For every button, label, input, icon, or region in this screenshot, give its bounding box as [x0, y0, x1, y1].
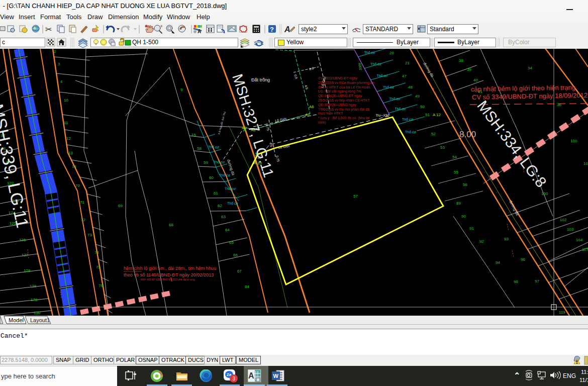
svg-text:CV 1603/UBND-ĐT ngày: CV 1603/UBND-ĐT ngày — [318, 76, 357, 80]
svg-text:Thổ cư: Thổ cư — [225, 187, 236, 190]
svg-text:Thổ cư: Thổ cư — [214, 160, 225, 164]
svg-text:127: 127 — [22, 253, 29, 257]
svg-text:117: 117 — [582, 247, 588, 252]
svg-text:102: 102 — [560, 218, 567, 222]
svg-text:8.00: 8.00 — [459, 130, 476, 139]
svg-text:thực hiện HTKT.: thực hiện HTKT. — [318, 112, 344, 115]
svg-text:128: 128 — [24, 268, 31, 273]
svg-text:A6: A6 — [309, 105, 314, 109]
svg-text:90: 90 — [461, 214, 466, 219]
svg-text:2: 2 — [54, 49, 56, 54]
svg-text:A: A — [284, 25, 290, 34]
svg-text:75: 75 — [96, 265, 101, 269]
svg-text:3: 3 — [233, 376, 236, 381]
svg-text:Model: Model — [9, 317, 24, 323]
svg-text:70: 70 — [75, 183, 80, 188]
svg-text:59: 59 — [204, 160, 208, 165]
svg-text:57: 57 — [353, 194, 358, 199]
svg-text:Thổ cư: Thổ cư — [377, 74, 388, 77]
svg-text:±: ± — [160, 24, 163, 28]
svg-text:ninh): ninh) — [318, 121, 326, 125]
svg-text:96: 96 — [521, 257, 525, 262]
svg-text:61: 61 — [214, 191, 218, 196]
svg-text:Thổ cư: Thổ cư — [383, 85, 395, 89]
svg-text:đầu tư HTKT của bà Lê Thị Hoàn: đầu tư HTKT của bà Lê Thị Hoàn. — [318, 85, 371, 89]
svg-text:72: 72 — [81, 218, 85, 222]
svg-text:40: 40 — [473, 78, 478, 82]
svg-text:60: 60 — [209, 175, 214, 180]
svg-text:50: 50 — [420, 105, 425, 109]
svg-text:71: 71 — [80, 200, 84, 205]
svg-text:14: 14 — [72, 164, 76, 169]
svg-text:100: 100 — [570, 139, 577, 143]
svg-text:Tru~XM: Tru~XM — [375, 113, 389, 118]
svg-text:13: 13 — [68, 151, 73, 155]
svg-text:91: 91 — [469, 226, 474, 231]
svg-text:53: 53 — [440, 145, 445, 150]
svg-text:47: 47 — [402, 74, 407, 78]
svg-text:103: 103 — [567, 227, 574, 232]
svg-text:A 12: A 12 — [433, 113, 441, 117]
svg-text:Thổ cư: Thổ cư — [389, 97, 401, 101]
svg-text:52: 52 — [431, 132, 436, 136]
svg-text:26/5/2016 vv tiếp nhận CS HTK: 26/5/2016 vv tiếp nhận CS HTKT. — [318, 98, 370, 103]
svg-text:48: 48 — [408, 85, 413, 89]
svg-text:100: 100 — [583, 161, 588, 166]
svg-text:A: A — [198, 29, 201, 34]
svg-text:41: 41 — [478, 89, 482, 94]
svg-text:Thổ cư: Thổ cư — [405, 130, 417, 134]
svg-text:12: 12 — [66, 136, 71, 141]
svg-text:66: 66 — [233, 253, 238, 257]
svg-text:36: 36 — [557, 103, 561, 107]
svg-text:130: 130 — [34, 311, 41, 315]
svg-text:73: 73 — [87, 233, 92, 237]
svg-text:?: ? — [270, 26, 274, 33]
svg-text:11: 11 — [64, 121, 68, 125]
svg-text:25/2/2016 vv thỏa thuận phươn: 25/2/2016 vv thỏa thuận phương án — [318, 81, 374, 85]
svg-text:65: 65 — [229, 240, 234, 245]
svg-text:34: 34 — [528, 66, 532, 70]
svg-text:Thổ cư: Thổ cư — [227, 202, 239, 205]
svg-text:63: 63 — [221, 215, 226, 219]
svg-text:54: 54 — [452, 155, 457, 159]
svg-text:MSH: 665-667 1282/UBND-ĐT: MSH: 665-667 1282/UBND-ĐT 2017 phải đạt … — [141, 278, 195, 281]
svg-text:20: 20 — [389, 51, 394, 55]
svg-text:93: 93 — [504, 237, 509, 241]
svg-text:3: 3 — [58, 62, 60, 66]
svg-text:92: 92 — [479, 239, 484, 244]
svg-text:hẻm c/nh lộ giới 5m., dài 28m.: hẻm c/nh lộ giới 5m., dài 28m., tim hẻm … — [124, 266, 216, 271]
svg-text:Thổ cư: Thổ cư — [219, 173, 231, 177]
svg-text:39: 39 — [467, 67, 471, 72]
svg-text:67: 67 — [237, 269, 242, 273]
svg-text:W: W — [273, 373, 279, 379]
svg-text:76: 76 — [99, 283, 103, 288]
svg-text:theo vb số 1140/UBND-ĐT ngày 2: theo vb số 1140/UBND-ĐT ngày 20/02/2013 — [124, 272, 214, 277]
svg-text:7/06/2016 vv thu hồi phần đất: 7/06/2016 vv thu hồi phần đất đã — [318, 107, 369, 112]
svg-text:QĐ 909/QĐ-UBND ngày: QĐ 909/QĐ-UBND ngày — [318, 103, 356, 107]
svg-text:62: 62 — [218, 204, 222, 208]
svg-text:21: 21 — [405, 61, 410, 65]
svg-text:QĐ 945/QĐ-UBND-ĐT ngày: QĐ 945/QĐ-UBND-ĐT ngày — [318, 94, 362, 98]
svg-text:119: 119 — [559, 310, 565, 315]
svg-text:55: 55 — [454, 170, 458, 174]
svg-text:A7: A7 — [305, 113, 310, 117]
svg-text:4: 4 — [60, 79, 63, 84]
svg-text:10: 10 — [64, 98, 68, 103]
svg-text:100: 100 — [541, 191, 548, 196]
svg-text:Thổ cư: Thổ cư — [370, 62, 382, 66]
svg-text:97: 97 — [535, 279, 539, 283]
svg-text:51: 51 — [425, 113, 430, 117]
svg-text:126: 126 — [19, 238, 26, 242]
svg-text:104: 104 — [576, 238, 583, 242]
svg-text:58: 58 — [197, 146, 202, 151]
svg-text:Layout1: Layout1 — [30, 317, 50, 323]
svg-text:56: 56 — [463, 182, 467, 187]
svg-text:178: 178 — [31, 298, 38, 302]
svg-text:96: 96 — [514, 279, 518, 284]
svg-text:69: 69 — [118, 204, 123, 208]
svg-text:64: 64 — [225, 228, 230, 232]
svg-text:* Lưu ý : Bđ 1.500 đo có. (khu: * Lưu ý : Bđ 1.500 đo có. (khu lại — [318, 116, 369, 120]
svg-text:Thổ cư: Thổ cư — [364, 51, 376, 54]
svg-text:84: 84 — [245, 284, 249, 289]
svg-text:Thổ cư: Thổ cư — [395, 107, 406, 111]
